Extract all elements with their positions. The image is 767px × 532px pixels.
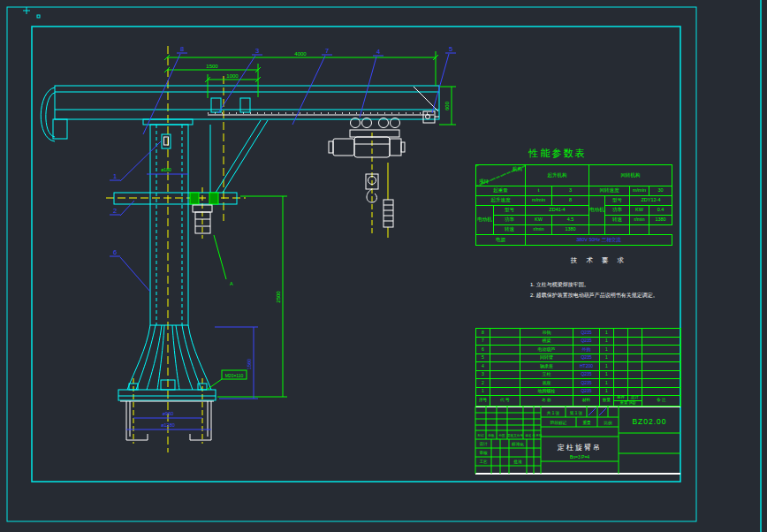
- bom-header-weight: 重量 (kg): [614, 401, 642, 407]
- hoist-motor-model-label: 型号: [494, 206, 526, 216]
- slew-speed-unit: m/min: [630, 186, 649, 196]
- dim-beam-height: 600: [444, 101, 450, 110]
- corner-bottom-label: 项目: [479, 179, 489, 185]
- dim-jib-inner: 1500: [206, 64, 218, 69]
- bom-header-code: 代 号: [490, 396, 520, 407]
- hoist-motor-speed-unit: r/min: [526, 225, 552, 235]
- bom-part-name: 电动葫芦: [520, 346, 573, 354]
- bom-part-name: 吊钩: [520, 329, 573, 338]
- cad-model-space[interactable]: 4000 1500 1000 600 2500 M20×110 ø180 A 1…: [0, 0, 767, 532]
- lift-speed-label: 起升速度: [476, 196, 526, 206]
- bom-grid: 8 吊钩 Q235 1 7 横梁 Q235 1 6 电动葫芦 外购 1: [475, 328, 681, 407]
- centerlines: [106, 46, 388, 452]
- rev-col-count: 处数: [488, 433, 495, 437]
- product-spec: Bn=3 P=4: [570, 454, 589, 460]
- dim-base-width: ø1280: [161, 422, 175, 428]
- slew-motor-model-label: 型号: [605, 196, 630, 206]
- table-row: 8 吊钩 Q235 1: [476, 329, 681, 338]
- slew-mechanism-header: 回转机构: [589, 165, 672, 186]
- weight-label: 重量: [582, 420, 591, 425]
- slew-motor-speed-unit: r/min: [630, 216, 649, 225]
- perf-corner-cell: 机构 项目: [476, 165, 526, 186]
- check-label: 审核: [479, 451, 488, 455]
- view-mark-label: A: [230, 281, 233, 286]
- electric-hoist: [329, 118, 405, 158]
- rev-col-zone: 分区: [498, 434, 505, 437]
- bom-part-name: 地脚螺栓: [520, 387, 573, 396]
- process-label: 工艺: [479, 459, 488, 464]
- performance-table: 性能参数表 机构 项目 起升机构 回转机构 起重量 t 3 回转速度 m/min: [475, 145, 672, 246]
- dim-column-height: 2500: [276, 291, 281, 303]
- scale-label: 比例: [604, 421, 612, 426]
- slew-motor-power-value: 0.4: [649, 206, 672, 216]
- slew-motor-model-value: ZDY12-4: [630, 196, 672, 206]
- bom-part-name: 横梁: [520, 337, 573, 346]
- balloon-4: 4: [376, 48, 380, 56]
- table-row: 1 地脚螺栓 Q235 1: [476, 387, 681, 396]
- balloon-7: 7: [325, 47, 329, 55]
- slew-speed-label: 回转速度: [589, 186, 630, 196]
- design-label: 设计: [479, 441, 488, 446]
- pendant-control: [384, 200, 393, 227]
- dim-overall: 4000: [294, 51, 307, 57]
- balloon-3: 3: [255, 47, 259, 55]
- bom-header-remark: 备 注: [642, 396, 681, 407]
- drawing-number: BZ02.00: [632, 417, 666, 426]
- table-row: 3 立柱 Q235 1: [476, 370, 681, 379]
- dimensions-green: [164, 51, 456, 397]
- bom-header-name: 名 称: [520, 396, 573, 407]
- bom-part-name: 回转臂: [520, 353, 573, 362]
- slew-motor-speed-label: 转速: [605, 216, 630, 225]
- trolley-runway: [208, 113, 434, 115]
- dim-bolt-circle: ø960: [163, 411, 174, 416]
- lift-capacity-value: 3: [552, 186, 589, 196]
- column: [114, 119, 268, 325]
- lift-speed-value: 8: [552, 196, 589, 206]
- tech-req-line-1: 1. 立柱与横梁焊接牢固。: [530, 279, 686, 290]
- jib-beam: [41, 86, 439, 141]
- slew-motor-speed-value: 1380: [649, 216, 672, 225]
- hoist-motor-power-label: 功率: [494, 216, 526, 225]
- table-row: 5 回转臂 Q235 1: [476, 353, 681, 362]
- performance-table-grid: 机构 项目 起升机构 回转机构 起重量 t 3 回转速度 m/min 30 起升…: [475, 164, 672, 246]
- bom-header-row: 序号 代 号 名 称 材料 数量 单件 总计 备 注: [476, 396, 681, 401]
- slew-motor-power-label: 功率: [605, 206, 630, 216]
- slew-motor-power-unit: KW: [630, 206, 649, 216]
- technical-requirements: 技 术 要 求 1. 立柱与横梁焊接牢固。 2. 超载保护装置按电动葫芦产品说明…: [530, 256, 686, 300]
- hoist-motor-power-value: 4.5: [552, 216, 589, 225]
- power-supply-label: 电源: [476, 235, 526, 246]
- lift-capacity-label: 起重量: [476, 186, 526, 196]
- corner-top-label: 机构: [513, 167, 522, 172]
- hoist-mechanism-header: 起升机构: [526, 165, 589, 186]
- table-row: 7 横梁 Q235 1: [476, 337, 681, 346]
- lift-speed-unit: m/min: [526, 196, 552, 206]
- rev-col-mark: 标记: [476, 433, 484, 437]
- balloon-2: 2: [113, 207, 117, 215]
- balloon-1: 1: [113, 172, 117, 180]
- product-name: 定柱旋臂吊: [557, 443, 602, 452]
- dimension-text-green: 4000 1500 1000 600 2500 M20×110 ø180 A: [161, 51, 450, 378]
- tech-req-line-2: 2. 超载保护装置按电动葫芦产品说明书有关规定调定。: [530, 290, 686, 300]
- balloon-8: 8: [180, 45, 184, 53]
- sheet-no: 第 1 张: [570, 411, 583, 416]
- hoist-motor-model-value: ZD41-4: [526, 206, 589, 216]
- foundation: [120, 401, 214, 440]
- dim-base-height: 1560: [247, 359, 252, 369]
- slew-motor-label: 电动机: [589, 196, 605, 225]
- hoist-motor-power-unit: KW: [526, 216, 552, 225]
- anchor-bolt-label: M20×110: [225, 373, 244, 378]
- hoist-motor-label: 电动机: [476, 206, 494, 235]
- lift-capacity-unit: t: [526, 186, 552, 196]
- dim-trolley: 1000: [226, 73, 239, 79]
- dimension-text-blue: 1560 ø960 ø1280: [161, 359, 252, 428]
- sheets-total: 共 1 张: [547, 411, 560, 416]
- bom-part-name: 立柱: [520, 370, 573, 379]
- power-supply-value: 380V 50Hz 三相交流: [526, 235, 672, 246]
- hoist-motor-speed-value: 1380: [552, 225, 589, 235]
- balloon-6: 6: [113, 248, 117, 256]
- dim-column-dia: ø180: [161, 167, 171, 172]
- standardize-label: 标准化: [511, 442, 524, 447]
- bom-header-qty: 数量: [600, 396, 614, 407]
- performance-table-title: 性能参数表: [475, 145, 672, 164]
- rev-col-sign: 签名: [525, 434, 531, 437]
